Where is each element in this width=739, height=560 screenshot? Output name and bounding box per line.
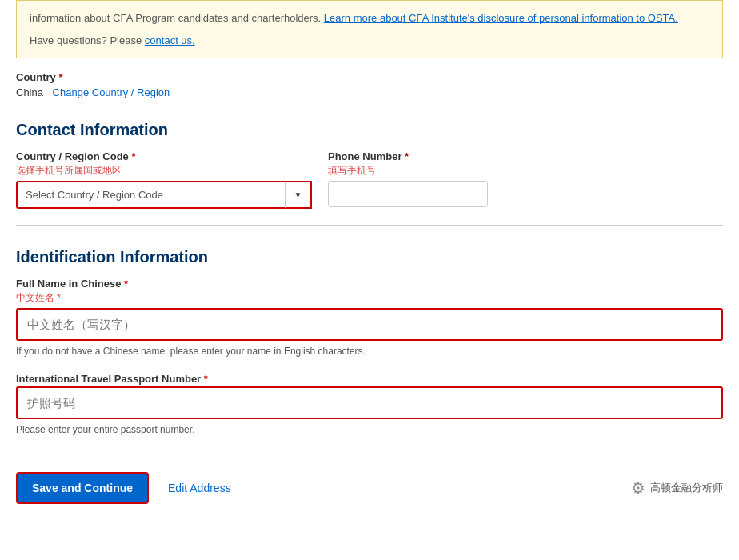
country-code-select[interactable]: Select Country / Region Code bbox=[16, 181, 312, 209]
section-divider bbox=[16, 225, 723, 226]
banner-text2: Have questions? Please contact us. bbox=[30, 33, 709, 49]
identification-heading: Identification Information bbox=[16, 242, 723, 266]
brand-logo: ⚙ 高顿金融分析师 bbox=[631, 478, 723, 498]
chinese-name-label: Full Name in Chinese * bbox=[16, 278, 723, 290]
contact-section: Contact Information Country / Region Cod… bbox=[16, 114, 723, 209]
change-country-link[interactable]: Change Country / Region bbox=[53, 86, 170, 98]
passport-group: International Travel Passport Number * P… bbox=[16, 373, 723, 448]
phone-field-group: Phone Number * 填写手机号 bbox=[328, 150, 488, 207]
bottom-left: Save and Continue Edit Address bbox=[16, 472, 231, 504]
chinese-name-sublabel: 中文姓名 * bbox=[16, 291, 723, 305]
passport-hint: Please enter your entire passport number… bbox=[16, 424, 723, 435]
country-section: Country * China Change Country / Region bbox=[16, 71, 723, 98]
country-sublabel: 选择手机号所属国或地区 bbox=[16, 164, 312, 178]
contact-link[interactable]: contact us. bbox=[145, 34, 195, 46]
phone-label: Phone Number * bbox=[328, 150, 488, 162]
passport-input[interactable] bbox=[16, 386, 723, 419]
phone-sublabel: 填写手机号 bbox=[328, 164, 488, 178]
phone-input-wrapper bbox=[328, 181, 488, 207]
country-value: China Change Country / Region bbox=[16, 86, 723, 98]
brand-text: 高顿金融分析师 bbox=[650, 481, 723, 495]
contact-heading: Contact Information bbox=[16, 114, 723, 139]
info-banner: information about CFA Program candidates… bbox=[16, 0, 723, 58]
banner-text1: information about CFA Program candidates… bbox=[30, 10, 709, 26]
passport-label: International Travel Passport Number * bbox=[16, 373, 723, 385]
bottom-section: Save and Continue Edit Address ⚙ 高顿金融分析师 bbox=[16, 464, 723, 504]
save-continue-button[interactable]: Save and Continue bbox=[16, 472, 149, 504]
osta-link[interactable]: Learn more about CFA Institute's disclos… bbox=[324, 12, 678, 24]
chinese-name-group: Full Name in Chinese * 中文姓名 * If you do … bbox=[16, 278, 723, 370]
identification-section: Identification Information Full Name in … bbox=[16, 242, 723, 448]
country-code-label: Country / Region Code * bbox=[16, 150, 312, 162]
chinese-name-input[interactable] bbox=[16, 308, 723, 341]
country-code-dropdown-wrapper: Select Country / Region Code bbox=[16, 181, 312, 209]
phone-input[interactable] bbox=[328, 181, 488, 207]
country-label: Country * bbox=[16, 71, 723, 83]
country-required: * bbox=[58, 71, 62, 83]
brand-icon: ⚙ bbox=[631, 478, 645, 498]
country-code-field-group: Country / Region Code * 选择手机号所属国或地区 Sele… bbox=[16, 150, 312, 209]
edit-address-link[interactable]: Edit Address bbox=[168, 482, 231, 494]
chinese-name-hint: If you do not have a Chinese name, pleas… bbox=[16, 346, 723, 357]
